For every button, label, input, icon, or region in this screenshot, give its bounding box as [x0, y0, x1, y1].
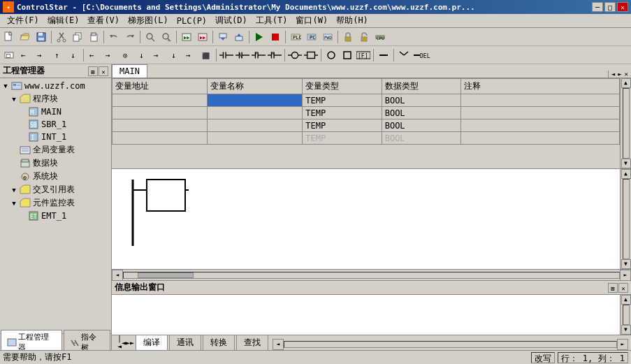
- tree-item-sbr1[interactable]: SB SBR_1: [18, 118, 110, 131]
- menu-file[interactable]: 文件(F): [3, 13, 43, 28]
- editor-tab-main[interactable]: MAIN: [112, 64, 147, 78]
- ladder-area[interactable]: [112, 169, 620, 269]
- tb2-right1[interactable]: →: [34, 48, 49, 63]
- cell-name-2[interactable]: [208, 107, 303, 119]
- tb-redo[interactable]: [122, 29, 138, 45]
- menu-help[interactable]: 帮助(H): [332, 13, 372, 28]
- tb2-coil-set[interactable]: [303, 48, 319, 63]
- bottom-tab-find[interactable]: 查找: [236, 335, 268, 350]
- tb-lock1[interactable]: [340, 29, 356, 45]
- sidebar-tab-instructions[interactable]: 指令树: [64, 330, 110, 351]
- info-panel-content[interactable]: [112, 295, 620, 335]
- tb-compile1[interactable]: ▶▶: [179, 29, 194, 45]
- sidebar-close-button[interactable]: ✕: [99, 66, 108, 76]
- tb2-circle[interactable]: [324, 48, 339, 63]
- tb2-contact-pos[interactable]: P: [251, 48, 266, 63]
- cell-vartype-4[interactable]: TEMP: [303, 132, 382, 145]
- tb-open[interactable]: [17, 29, 33, 45]
- cell-vartype-2[interactable]: TEMP: [303, 107, 382, 119]
- tb2-left2[interactable]: ←: [86, 48, 101, 63]
- ladder-vscroll-down[interactable]: ▼: [621, 259, 631, 269]
- tb-plc2[interactable]: PC: [304, 29, 319, 45]
- tb-save[interactable]: [34, 29, 49, 45]
- tb2-line-h[interactable]: [376, 48, 391, 63]
- tb2-arr3[interactable]: →: [182, 48, 198, 63]
- cell-datatype-1[interactable]: BOOL: [382, 94, 460, 107]
- cell-addr-2[interactable]: [113, 107, 208, 119]
- menu-tools[interactable]: 工具(T): [252, 13, 292, 28]
- tree-item-globalvars[interactable]: 全局变量表: [10, 143, 110, 156]
- tab-nav-left[interactable]: ◄: [610, 71, 616, 78]
- tb2-square[interactable]: [340, 48, 355, 63]
- menu-plc[interactable]: PLC(P): [173, 15, 211, 27]
- tb2-del[interactable]: DEL: [412, 48, 432, 63]
- tb2-down2[interactable]: ↓: [134, 48, 150, 63]
- menu-debug[interactable]: 调试(D): [211, 13, 252, 28]
- minimize-button[interactable]: ─: [592, 2, 603, 12]
- tb-misc[interactable]: CPU: [372, 29, 388, 45]
- tb2-left1[interactable]: ←: [17, 48, 33, 63]
- tb-search2[interactable]: +: [159, 29, 174, 45]
- tb2-misc1[interactable]: ⬛: [198, 48, 214, 63]
- sidebar-tab-project[interactable]: 工程管理器: [1, 330, 62, 350]
- tb2-contact-no[interactable]: [219, 48, 234, 63]
- ladder-hscroll-right[interactable]: ►: [620, 270, 631, 281]
- cell-datatype-3[interactable]: BOOL: [382, 119, 460, 132]
- info-hscroll-right[interactable]: ►: [617, 339, 628, 350]
- tb-cut[interactable]: [54, 29, 69, 45]
- tb-plc1[interactable]: PLC: [288, 29, 303, 45]
- tb-download2[interactable]: [231, 29, 247, 45]
- tb-new[interactable]: [1, 29, 17, 45]
- bottom-tab-compile[interactable]: 编译: [136, 335, 168, 350]
- ladder-hscroll-thumb[interactable]: [138, 272, 194, 278]
- cell-addr-1[interactable]: [113, 94, 208, 107]
- tb2-up[interactable]: ↑: [50, 48, 65, 63]
- tb2-coil-out[interactable]: [287, 48, 303, 63]
- tb2-arr2[interactable]: ↓: [166, 48, 182, 63]
- tb-run[interactable]: [252, 29, 267, 45]
- tb2-func-f[interactable]: [F]: [356, 48, 371, 63]
- tab-nav-close[interactable]: ✕: [623, 71, 630, 78]
- cell-vartype-1[interactable]: TEMP: [303, 94, 382, 107]
- sidebar-float-button[interactable]: ⊞: [88, 66, 98, 76]
- close-button[interactable]: ✕: [617, 2, 628, 12]
- cell-name-3[interactable]: [208, 119, 303, 132]
- tb2-up2[interactable]: ⊙: [118, 48, 133, 63]
- tb2-line-v[interactable]: [396, 48, 412, 63]
- cell-name-4[interactable]: [208, 132, 303, 145]
- tb2-contact-neg[interactable]: N: [267, 48, 282, 63]
- info-vscroll-down[interactable]: ▼: [621, 325, 631, 335]
- tb2-arr1[interactable]: →: [150, 48, 166, 63]
- tab-nav-right[interactable]: ►: [616, 71, 623, 78]
- tree-item-sysblock[interactable]: ⚙ 系统块: [10, 170, 110, 183]
- cell-comment-1[interactable]: [461, 94, 620, 107]
- cell-name-1[interactable]: [208, 94, 303, 107]
- tree-item-int1[interactable]: I INT_1: [18, 131, 110, 143]
- tb-copy[interactable]: [70, 29, 85, 45]
- table-vscroll-up[interactable]: ▲: [621, 78, 631, 88]
- tb-compile2[interactable]: ▶▶: [195, 29, 210, 45]
- bottom-tab-convert[interactable]: 转换: [203, 335, 235, 350]
- tb2-right2[interactable]: →: [102, 48, 117, 63]
- tree-item-emt1[interactable]: ET EMT_1: [18, 210, 110, 222]
- tb-search1[interactable]: [143, 29, 158, 45]
- info-panel-close[interactable]: ✕: [618, 283, 628, 293]
- cell-comment-4[interactable]: [461, 132, 620, 145]
- tb-download1[interactable]: [215, 29, 231, 45]
- tree-item-main[interactable]: M MAIN: [18, 105, 110, 118]
- menu-edit[interactable]: 编辑(E): [43, 13, 84, 28]
- menu-ladder[interactable]: 梯形图(L): [124, 13, 173, 28]
- tree-item-progblocks[interactable]: ▼ 程序块: [10, 92, 110, 105]
- ladder-vscroll-up[interactable]: ▲: [621, 169, 631, 179]
- ladder-hscroll-left[interactable]: ◄: [112, 270, 123, 281]
- maximize-button[interactable]: □: [604, 2, 616, 12]
- tb2-contact-nc[interactable]: [235, 48, 250, 63]
- tb-paste[interactable]: [86, 29, 101, 45]
- cell-vartype-3[interactable]: TEMP: [303, 119, 382, 132]
- tb2-down[interactable]: ↓: [66, 48, 81, 63]
- bottom-tab-comms[interactable]: 通讯: [169, 335, 201, 350]
- cell-addr-3[interactable]: [113, 119, 208, 132]
- tree-item-root[interactable]: ▼ www.uzzf.com: [1, 80, 110, 92]
- tree-item-crossref[interactable]: ▼ 交叉引用表: [10, 183, 110, 196]
- menu-view[interactable]: 查看(V): [83, 13, 124, 28]
